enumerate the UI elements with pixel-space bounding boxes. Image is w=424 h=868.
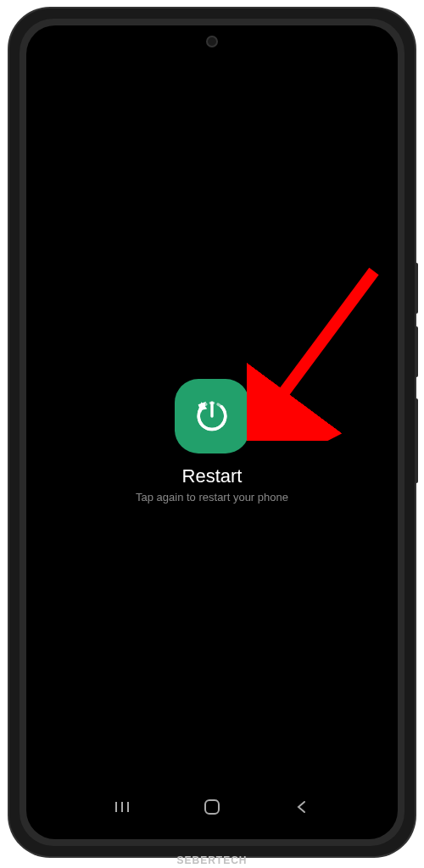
restart-label: Restart [182,465,243,487]
phone-bezel: Restart Tap again to restart your phone [20,19,404,846]
home-button[interactable] [195,790,229,824]
power-button [415,398,418,483]
home-icon [203,798,221,816]
recents-icon [114,798,131,815]
volume-up-button [415,263,418,314]
svg-rect-8 [205,800,219,814]
front-camera [206,36,218,47]
restart-hint: Tap again to restart your phone [136,491,288,504]
restart-button[interactable] [175,379,249,453]
back-icon [294,799,310,815]
recents-button[interactable] [105,790,139,824]
power-menu: Restart Tap again to restart your phone [136,379,288,504]
phone-screen: Restart Tap again to restart your phone [26,25,398,839]
watermark-text: SEBERTECH [176,854,247,866]
navigation-bar [26,790,398,824]
back-button[interactable] [285,790,319,824]
phone-device-frame: Restart Tap again to restart your phone [9,8,415,856]
volume-down-button [415,326,418,377]
restart-icon [189,393,235,439]
